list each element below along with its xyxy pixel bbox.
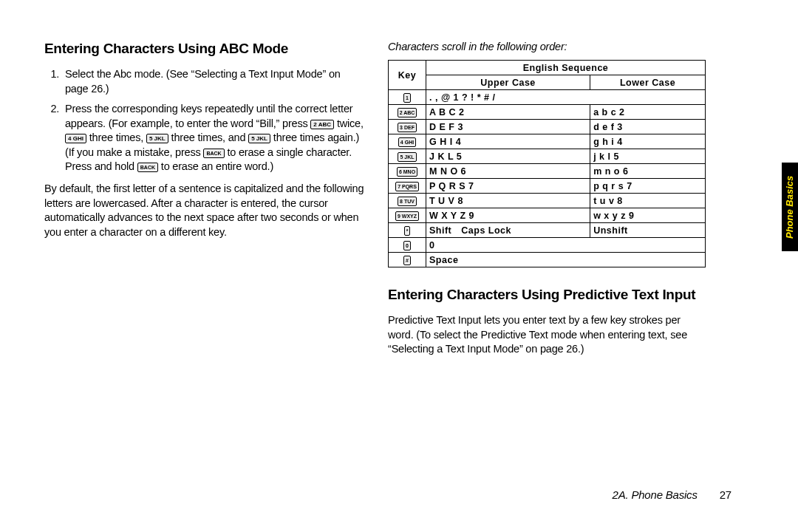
cell-lower: t u v 8 (590, 194, 706, 208)
table-row: #Space (389, 253, 706, 267)
cell-upper: J K L 5 (426, 149, 590, 164)
keycap-5-icon: 5 JKL (146, 134, 168, 143)
cell-upper: W X Y Z 9 (426, 208, 590, 223)
row-key-icon: 9 WXYZ (395, 211, 419, 221)
step-2: Press the corresponding keys repeatedly … (62, 102, 366, 174)
cell-lower: m n o 6 (590, 164, 706, 179)
abc-default-paragraph: By default, the first letter of a senten… (44, 182, 366, 239)
step-1: Select the Abc mode. (See “Selecting a T… (62, 67, 366, 96)
table-row: 6 MNOM N O 6m n o 6 (389, 164, 706, 179)
keycap-5b-icon: 5 JKL (248, 134, 270, 143)
step-2-text-b: twice, (337, 117, 364, 129)
row-key-icon: 5 JKL (398, 152, 416, 162)
th-lower: Lower Case (590, 75, 706, 90)
cell-upper: G H I 4 (426, 134, 590, 149)
cell-upper: 0 (426, 238, 706, 253)
row-key-icon: 8 TUV (398, 197, 417, 206)
keycap-4-icon: 4 GHI (65, 134, 86, 143)
table-row: 8 TUVT U V 8t u v 8 (389, 194, 706, 208)
cell-lower: p q r s 7 (590, 179, 706, 194)
cell-upper: P Q R S 7 (426, 179, 590, 194)
cell-lower: g h i 4 (590, 134, 706, 149)
keycap-back2-icon: BACK (137, 163, 158, 172)
cell-upper: D E F 3 (426, 120, 590, 134)
cell-lower: d e f 3 (590, 120, 706, 134)
table-row: 5 JKLJ K L 5j k l 5 (389, 149, 706, 164)
row-key-icon: 1 (403, 93, 411, 103)
cell-upper: T U V 8 (426, 194, 590, 208)
row-key-icon: 7 PQRS (395, 182, 419, 191)
row-key-icon: 6 MNO (397, 167, 417, 177)
row-key-icon: 0 (403, 241, 411, 250)
table-row: 7 PQRSP Q R S 7p q r s 7 (389, 179, 706, 194)
th-upper: Upper Case (426, 75, 590, 90)
row-key-icon: * (404, 226, 411, 236)
row-key-icon: 4 GHI (398, 137, 416, 147)
step-2-text-a: Press the corresponding keys repeatedly … (65, 103, 352, 129)
cell-lower: w x y z 9 (590, 208, 706, 223)
row-key-icon: 3 DEF (398, 123, 417, 132)
table-row: 1. , @ 1 ? ! * # / (389, 90, 706, 105)
th-key: Key (389, 61, 426, 90)
cell-upper: M N O 6 (426, 164, 590, 179)
table-row: 3 DEFD E F 3d e f 3 (389, 120, 706, 134)
keycap-2-icon: 2 ABC (310, 120, 334, 129)
cell-lower: j k l 5 (590, 149, 706, 164)
char-sequence-table: Key English Sequence Upper Case Lower Ca… (388, 60, 706, 267)
cell-upper: Space (426, 253, 706, 267)
cell-upper: Shift Caps Lock (426, 223, 590, 238)
heading-predictive: Entering Characters Using Predictive Tex… (388, 287, 706, 303)
row-key-icon: 2 ABC (398, 108, 417, 117)
footer-page-number: 27 (720, 488, 732, 501)
footer-section: 2A. Phone Basics (613, 488, 698, 501)
th-english-sequence: English Sequence (426, 61, 706, 75)
cell-lower: Unshift (590, 223, 706, 238)
predictive-paragraph: Predictive Text Input lets you enter tex… (388, 313, 706, 357)
step-2-text-c: three times, (89, 132, 146, 143)
step-2-text-d: three times, and (171, 132, 249, 143)
table-row: 00 (389, 238, 706, 253)
row-key-icon: # (403, 256, 411, 265)
cell-upper: . , @ 1 ? ! * # / (426, 90, 706, 105)
table-row: 2 ABCA B C 2a b c 2 (389, 105, 706, 120)
cell-upper: A B C 2 (426, 105, 590, 120)
table-row: *Shift Caps LockUnshift (389, 223, 706, 238)
step-2-text-g: to erase an entire word.) (161, 160, 273, 172)
table-row: 4 GHIG H I 4g h i 4 (389, 134, 706, 149)
side-tab-phone-basics: Phone Basics (782, 163, 798, 251)
page-footer: 2A. Phone Basics 27 (613, 488, 732, 501)
cell-lower: a b c 2 (590, 105, 706, 120)
char-scroll-intro: Characters scroll in the following order… (388, 41, 706, 52)
table-row: 9 WXYZW X Y Z 9w x y z 9 (389, 208, 706, 223)
keycap-back-icon: BACK (203, 149, 224, 158)
heading-abc-mode: Entering Characters Using ABC Mode (44, 41, 366, 57)
